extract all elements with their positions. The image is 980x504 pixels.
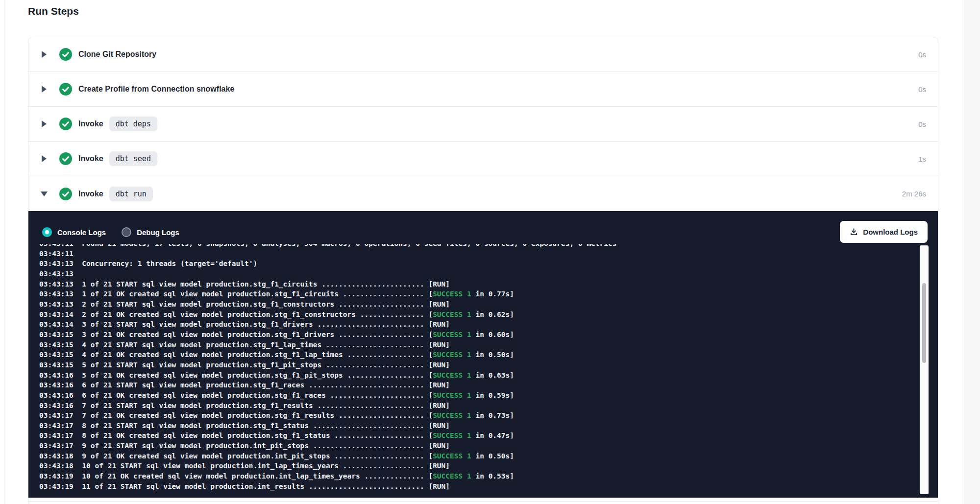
debug-logs-radio[interactable]: Debug Logs xyxy=(122,227,179,237)
radio-label: Console Logs xyxy=(57,228,106,237)
log-line: 03:43:15 3 of 21 OK created sql view mod… xyxy=(39,330,916,340)
success-check-icon xyxy=(59,48,72,61)
step-title: Create Profile from Connection snowflake xyxy=(78,85,234,94)
console-logs-radio[interactable]: Console Logs xyxy=(42,227,106,237)
log-line: 03:43:16 5 of 21 OK created sql view mod… xyxy=(39,370,916,381)
log-line: 03:43:16 6 of 21 START sql view model pr… xyxy=(39,380,916,390)
console-log-output[interactable]: 03:43:11 Found 21 models, 17 tests, 0 sn… xyxy=(39,244,916,491)
radio-label: Debug Logs xyxy=(137,228,179,237)
step-title: Invoke xyxy=(78,190,103,198)
step-title: Invoke xyxy=(78,120,103,128)
step-command-badge: dbt run xyxy=(109,187,153,201)
step-duration: 1s xyxy=(918,155,926,163)
success-check-icon xyxy=(59,188,72,200)
log-line: 03:43:11 xyxy=(39,249,916,259)
chevron-right-icon[interactable] xyxy=(41,120,48,127)
log-line: 03:43:15 4 of 21 START sql view model pr… xyxy=(39,340,916,350)
step-title: Invoke xyxy=(78,154,103,163)
download-logs-label: Download Logs xyxy=(863,228,918,236)
step-duration: 0s xyxy=(918,120,926,128)
log-line: 03:43:16 7 of 21 START sql view model pr… xyxy=(39,401,916,411)
step-duration: 2m 26s xyxy=(902,190,926,198)
step-row-invoke-dbt-seed[interactable]: Invoke dbt seed 1s xyxy=(28,142,938,176)
step-duration: 0s xyxy=(918,50,926,59)
run-steps-card: Clone Git Repository 0s Create Profile f… xyxy=(28,37,938,504)
chevron-right-icon[interactable] xyxy=(41,51,48,58)
log-line: 03:43:15 5 of 21 START sql view model pr… xyxy=(39,360,916,370)
console-panel: Console Logs Debug Logs Download Logs 03… xyxy=(28,211,938,498)
chevron-right-icon[interactable] xyxy=(41,86,48,93)
log-scrollbar[interactable] xyxy=(920,245,929,494)
radio-unselected-icon[interactable] xyxy=(122,227,131,237)
log-line: 03:43:15 4 of 21 OK created sql view mod… xyxy=(39,350,916,360)
log-line: 03:43:13 2 of 21 START sql view model pr… xyxy=(39,299,916,310)
download-logs-button[interactable]: Download Logs xyxy=(840,221,928,243)
content-left-divider xyxy=(4,0,4,504)
log-line: 03:43:14 3 of 21 START sql view model pr… xyxy=(39,319,916,330)
step-command-badge: dbt seed xyxy=(109,151,157,166)
log-line: 03:43:19 10 of 21 OK created sql view mo… xyxy=(39,471,916,481)
page-title: Run Steps xyxy=(28,5,79,17)
log-line: 03:43:13 Concurrency: 1 threads (target=… xyxy=(39,259,916,269)
log-line: 03:43:14 2 of 21 OK created sql view mod… xyxy=(39,310,916,320)
step-row-invoke-dbt-run[interactable]: Invoke dbt run 2m 26s xyxy=(28,176,938,211)
log-line: 03:43:13 xyxy=(39,269,916,279)
step-row-create-profile[interactable]: Create Profile from Connection snowflake… xyxy=(28,72,938,107)
step-title: Clone Git Repository xyxy=(78,50,156,59)
chevron-down-icon[interactable] xyxy=(41,192,48,196)
log-scrollbar-thumb[interactable] xyxy=(922,283,926,363)
step-row-invoke-dbt-deps[interactable]: Invoke dbt deps 0s xyxy=(28,107,938,142)
success-check-icon xyxy=(59,152,72,165)
step-duration: 0s xyxy=(918,85,926,94)
chevron-right-icon[interactable] xyxy=(41,155,48,162)
log-line: 03:43:18 9 of 21 OK created sql view mod… xyxy=(39,451,916,461)
log-line: 03:43:17 7 of 21 OK created sql view mod… xyxy=(39,410,916,421)
log-line: 03:43:17 8 of 21 START sql view model pr… xyxy=(39,421,916,431)
step-row-clone-git-repository[interactable]: Clone Git Repository 0s xyxy=(28,37,938,72)
log-line: 03:43:11 Found 21 models, 17 tests, 0 sn… xyxy=(39,244,916,249)
log-line: 03:43:19 11 of 21 START sql view model p… xyxy=(39,481,916,491)
log-line: 03:43:17 9 of 21 START sql view model pr… xyxy=(39,441,916,451)
radio-selected-icon[interactable] xyxy=(42,227,52,237)
log-line: 03:43:18 10 of 21 START sql view model p… xyxy=(39,461,916,471)
log-line: 03:43:13 1 of 21 OK created sql view mod… xyxy=(39,289,916,299)
download-icon xyxy=(850,228,858,236)
log-type-radio-group: Console Logs Debug Logs xyxy=(42,227,179,237)
log-line: 03:43:13 1 of 21 START sql view model pr… xyxy=(39,279,916,289)
log-line: 03:43:16 6 of 21 OK created sql view mod… xyxy=(39,390,916,401)
log-line: 03:43:17 8 of 21 OK created sql view mod… xyxy=(39,431,916,441)
step-command-badge: dbt deps xyxy=(109,117,157,131)
success-check-icon xyxy=(59,118,72,130)
next-step-divider xyxy=(28,501,938,502)
card-footer-strip xyxy=(28,498,938,504)
right-rail xyxy=(962,0,980,504)
success-check-icon xyxy=(59,83,72,96)
